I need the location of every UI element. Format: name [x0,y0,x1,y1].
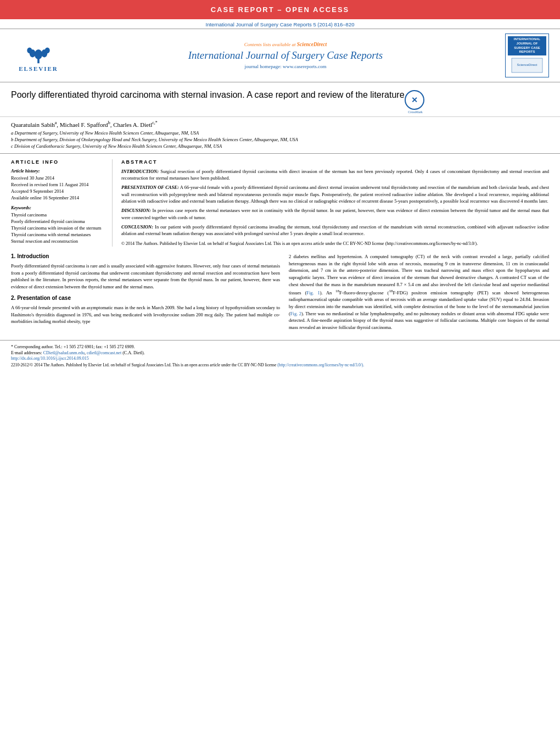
article-info-col: ARTICLE INFO Article history: Received 3… [11,159,113,247]
copyright-line: © 2014 The Authors. Published by Elsevie… [121,241,549,247]
crossmark-badge: ✕ CrossMark [405,90,427,112]
journal-reference: International Journal of Surgery Case Re… [0,19,560,29]
keyword-1: Thyroid carcinoma [11,212,105,217]
accepted-date: Accepted 9 September 2014 [11,188,105,194]
doi-link[interactable]: http://dx.doi.org/10.1016/j.ijscr.2014.0… [11,356,89,361]
license-url-link[interactable]: (http://creativecommons.org/licenses/by-… [277,362,364,367]
svg-point-5 [45,47,50,53]
keywords-section: Keywords: Thyroid carcinoma Poorly diffe… [11,205,105,244]
keyword-4: Thyroid carcinoma with sternal metastase… [11,232,105,237]
abstract-conclusion: CONCLUSION: In our patient with poorly d… [121,224,549,237]
article-history: Article history: Received 30 June 2014 R… [11,168,105,200]
fig2-ref: Fig. 2 [290,311,301,316]
email1-link[interactable]: CDietl@salud.unm.edu [43,350,85,355]
section2-heading: 2. Presentation of case [11,295,280,301]
keywords-label: Keywords: [11,205,105,210]
banner-text: CASE REPORT – OPEN ACCESS [211,5,350,14]
history-label: Article history: [11,168,105,174]
authors-section: Quaratulain Sabiha, Michael F. Spaffordb… [0,117,560,153]
available-date: Available online 16 September 2014 [11,195,105,200]
svg-text:ScienceDirect: ScienceDirect [517,63,537,66]
body-left-col: 1. Introduction Poorly differentiated th… [11,253,280,336]
abstract-intro: INTRODUCTION: Surgical resection of poor… [121,168,549,182]
journal-title: International Journal of Surgery Case Re… [71,49,500,62]
abstract-title: ABSTRACT [121,159,549,165]
journal-homepage: journal homepage: www.casereports.com [71,64,500,69]
section2-text: A 66-year-old female presented with an a… [11,304,280,325]
corresponding-author: * Corresponding author. Tel.: +1 505 272… [11,344,549,350]
homepage-url: www.casereports.com [283,64,326,69]
email2-link[interactable]: cdietl@comcast.net [87,350,121,355]
elsevier-logo: ELSEVIER [11,40,66,72]
article-main-title: Poorly differentiated thyroid carcinoma … [11,89,405,101]
authors-line: Quaratulain Sabiha, Michael F. Spaffordb… [11,120,549,128]
body-right-text: 2 diabetes mellitus and hypertension. A … [289,253,549,331]
keyword-3: Thyroid carcinoma with invasion of the s… [11,225,105,231]
section1-heading: 1. Introduction [11,253,280,259]
abstract-discussion: DISCUSSION: In previous case reports the… [121,207,549,221]
main-body: 1. Introduction Poorly differentiated th… [0,247,560,336]
abstract-text: INTRODUCTION: Surgical resection of poor… [121,168,549,247]
crossmark-icon: ✕ [405,90,424,110]
journal-logo-box: INTERNATIONALJOURNAL OFSURGERY CASEREPOR… [505,34,549,77]
article-title-section: Poorly differentiated thyroid carcinoma … [0,82,560,117]
svg-point-1 [35,49,42,59]
journal-ref-text: International Journal of Surgery Case Re… [206,21,355,27]
fig1-ref: Fig. 1 [306,289,320,295]
abstract-case: PRESENTATION OF CASE: A 66-year-old fema… [121,184,549,204]
svg-point-4 [27,47,32,53]
elsevier-tree-icon [22,40,55,64]
sciencedirect-label: ScienceDirect [297,42,327,47]
abstract-col: ABSTRACT INTRODUCTION: Surgical resectio… [121,159,549,247]
journal-header-center: Contents lists available at ScienceDirec… [71,42,500,69]
footnote-area: * Corresponding author. Tel.: +1 505 272… [0,340,560,371]
case-report-banner: CASE REPORT – OPEN ACCESS [0,0,560,19]
keyword-5: Sternal resection and reconstruction [11,238,105,244]
keyword-2: Poorly differentiated thyroid carcinoma [11,219,105,224]
logo-graphic: ScienceDirect [511,57,544,74]
sciencedirect-link: Contents lists available at ScienceDirec… [71,42,500,47]
revised-date: Received in revised form 11 August 2014 [11,182,105,187]
email-addresses: E-mail addresses: CDietl@salud.unm.edu, … [11,350,549,356]
journal-header: ELSEVIER Contents lists available at Sci… [0,29,560,82]
affiliation-c: c Division of Cardiothoracic Surgery, Un… [11,143,549,149]
received-date: Received 30 June 2014 [11,175,105,181]
affiliation-a: a Department of Surgery, University of N… [11,130,549,136]
article-info-title: ARTICLE INFO [11,159,105,165]
footnote-text: * Corresponding author. Tel.: +1 505 272… [11,344,549,356]
affiliation-b: b Department of Surgery, Division of Oto… [11,137,549,142]
content-area: ARTICLE INFO Article history: Received 3… [0,153,560,247]
elsevier-name: ELSEVIER [19,65,58,72]
bottom-note: 2210-2612/© 2014 The Authors. Published … [11,362,549,369]
body-right-col: 2 diabetes mellitus and hypertension. A … [289,253,549,336]
doi-line: http://dx.doi.org/10.1016/j.ijscr.2014.0… [11,356,549,361]
section1-text: Poorly differentiated thyroid carcinoma … [11,263,280,291]
